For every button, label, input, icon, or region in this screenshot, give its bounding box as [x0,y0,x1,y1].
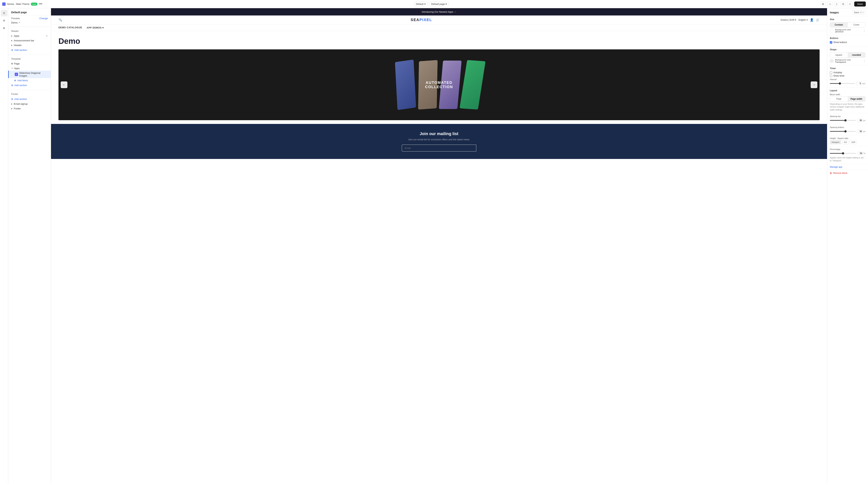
sidebar-item-apps-header[interactable]: ▶ Apps 👁 [8,33,51,38]
slideshow-next-button[interactable]: → [811,81,817,88]
email-input[interactable] [402,145,476,151]
spacing-bottom-slider[interactable] [830,131,856,132]
add-block-button[interactable]: ⊕ Add block [8,78,51,83]
topbar-right: ⊞ ▭ ▯ ⊟ ↩ Save [820,1,866,6]
nav-demo-catalogue[interactable]: DEMO CATALOGUE [59,26,82,29]
language-selector[interactable]: English ▾ [799,19,808,21]
sidebar-item-page[interactable]: ⊞ Page [8,61,51,66]
layout-title: Layout [830,89,865,92]
add-section-header-button[interactable]: ⊕ Add section [8,48,51,53]
interval-value-group: sec [856,82,865,85]
height-label: Height - Aspect ratio [830,137,865,139]
page-width-button[interactable]: Page width [848,96,865,102]
search-icon[interactable]: 🔍 [59,18,62,22]
fluid-button[interactable]: Fluid [830,96,848,102]
spacing-bottom-input[interactable] [857,130,863,133]
add-section-template-button[interactable]: ⊕ Add section [8,83,51,88]
desktop-icon[interactable]: ⊞ [820,2,826,6]
sidebar-item-email-signup[interactable]: ▶ Email signup [8,102,51,106]
announcement-bar: Introducing Our Newest Apps → [51,8,827,16]
header-section-group: Header ▶ Apps 👁 ▶ Announcement bar ▶ Hea… [8,28,51,54]
viewport-button[interactable]: Viewport [830,140,841,144]
square-button[interactable]: square [830,53,848,57]
sidebar-item-footer[interactable]: ▶ Footer [8,106,51,111]
default-dropdown[interactable]: Default ▾ [414,2,428,6]
more-menu-button[interactable]: ••• [39,2,42,6]
interval-slider-row: sec [830,82,865,85]
plus-icon: ⊕ [14,79,16,82]
account-icon[interactable]: 👤 [810,18,814,22]
manage-app-link[interactable]: Manage app [827,164,868,170]
change-button[interactable]: Change [39,17,48,20]
right-save-button[interactable]: Save ⌘ S [852,10,865,15]
btn-bg-color-swatch[interactable] [830,59,834,63]
settings-icon[interactable]: ⚙ [1,17,7,24]
sidebar-item-announcement[interactable]: ▶ Announcement bar [8,38,51,43]
show-buttons-checkbox[interactable] [830,41,832,44]
spacing-top-section: Spacing top px [827,113,868,124]
spacing-top-unit: px [863,119,865,121]
save-label: Save [854,11,859,14]
add-section-footer-button[interactable]: ⊕ Add section [8,96,51,102]
mailing-title: Join our mailing list [59,131,819,136]
slideshow-overlay: AUTOMATED COLLECTION [59,49,819,120]
eye-icon: 👁 [46,35,48,37]
store-header: 🔍 SEAPIXEL Greece | EUR € English ▾ 👤 🛒 [51,16,827,24]
edit-icon: ⋮ [863,29,865,32]
ratio-16-9-button[interactable]: 16/9 [849,140,857,144]
layout-note: Depending on your theme, the apps sectio… [830,103,865,111]
save-button[interactable]: Save [854,1,866,6]
interval-slider[interactable] [830,83,855,84]
autoplay-checkbox[interactable] [830,72,832,74]
grid-icon[interactable]: ⊟ [840,2,846,6]
chevron-right-icon: ▶ [11,103,13,105]
slideshow-container: ← [59,49,819,120]
remove-block-button[interactable]: 🗑 Remove block [827,170,868,176]
percentage-section: Percentage % Applies when the height set… [827,146,868,164]
page-label: Default page [431,3,445,5]
announcement-text: Introducing Our Newest Apps → [422,10,456,13]
page-dropdown[interactable]: Default page ▾ [429,2,449,6]
percentage-label: Percentage [830,148,865,150]
locale-selector[interactable]: Greece | EUR € [780,19,796,21]
percentage-note: Applies when the height setting is set t… [830,157,865,162]
nav-app-demos[interactable]: APP DEMOS ▾ [87,26,104,29]
show-timer-checkbox[interactable] [830,75,832,77]
slideshow-prev-button[interactable]: ← [61,81,67,88]
size-btn-group: Contain Cover [830,22,865,27]
spacing-top-slider-row: px [830,118,865,122]
tablet-icon[interactable]: ▭ [827,2,833,6]
rounded-button[interactable]: rounded [848,53,865,57]
ratio-4-3-button[interactable]: 4/3 [842,140,848,144]
percentage-thumb[interactable] [842,152,844,154]
page-title-area: Demo [51,31,827,49]
cover-button[interactable]: Cover [848,22,865,27]
sidebar-item-apps-template[interactable]: ▼ Apps [8,66,51,70]
right-panel: Images Save ⌘ S Size Contain Cover Backg… [827,8,868,483]
contain-button[interactable]: Contain [830,22,848,27]
mobile-icon[interactable]: ▯ [834,2,839,6]
spacing-bottom-thumb[interactable] [844,130,846,133]
sidebar-item-header[interactable]: ▶ Header [8,43,51,48]
apps-icon[interactable]: ⊞ [1,25,7,31]
percentage-input[interactable] [858,151,863,155]
spacing-top-label: Spacing top [830,115,865,117]
default-label: Default [416,3,424,5]
template-section-title: Template [8,56,51,61]
bg-color-swatch[interactable] [830,29,834,33]
email-signup-label: Email signup [14,103,28,105]
cart-icon[interactable]: 🛒 [816,18,819,22]
sidebar-item-slideshow[interactable]: A Slideshow Diagonal Images [8,70,51,78]
store-nav: DEMO CATALOGUE APP DEMOS ▾ [51,24,827,31]
spacing-top-input[interactable] [857,118,863,122]
spacing-top-thumb[interactable] [844,119,846,121]
store-logo: SEAPIXEL [411,18,432,22]
sections-icon[interactable]: ☰ [1,10,7,17]
percentage-slider[interactable] [830,153,856,154]
spacing-bottom-unit: px [863,130,865,133]
percentage-value-group: % [858,151,865,155]
interval-slider-thumb[interactable] [839,82,841,85]
spacing-top-slider[interactable] [830,120,856,121]
undo-button[interactable]: ↩ [847,2,853,6]
interval-input[interactable] [856,82,862,85]
